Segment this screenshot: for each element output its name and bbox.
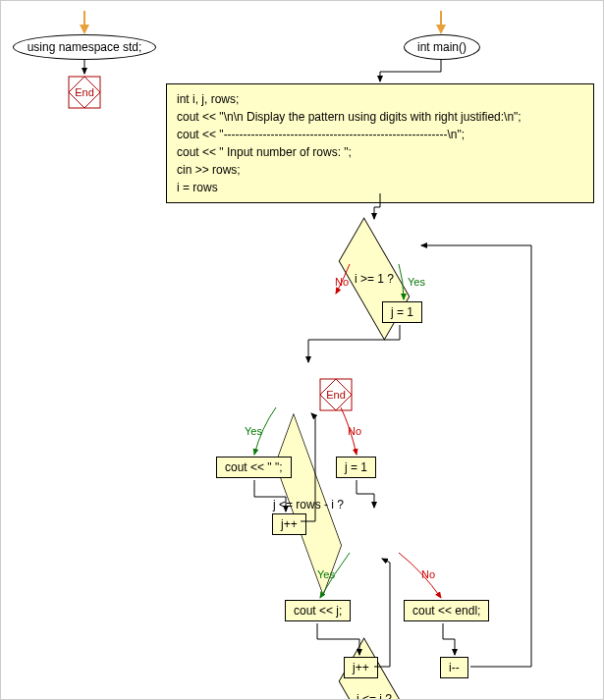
node-j-eq-1-first: j = 1 bbox=[382, 301, 422, 323]
node-label: j <= i ? bbox=[357, 692, 392, 700]
entry-arrow-icon bbox=[77, 11, 92, 34]
node-int-main: int main() bbox=[404, 34, 480, 60]
node-label: j = 1 bbox=[345, 460, 367, 474]
entry-arrow-icon bbox=[433, 11, 449, 34]
node-j-inc-second: j++ bbox=[344, 657, 378, 678]
node-cout-endl: cout << endl; bbox=[404, 600, 489, 621]
code-line: cout << " Input number of rows: "; bbox=[177, 143, 583, 161]
edge-label-no: No bbox=[421, 568, 435, 580]
node-label: i >= 1 ? bbox=[355, 272, 394, 286]
node-j-inc-first: j++ bbox=[272, 513, 306, 535]
node-end-left: End bbox=[68, 76, 101, 109]
node-label: j = 1 bbox=[391, 305, 413, 319]
svg-marker-1 bbox=[80, 25, 89, 34]
edge-label-no: No bbox=[335, 276, 349, 288]
node-label: j++ bbox=[353, 661, 369, 674]
node-label: cout << " "; bbox=[225, 460, 283, 474]
node-end-main: End bbox=[319, 378, 353, 411]
edge-label-no: No bbox=[348, 425, 361, 437]
code-line: i = rows bbox=[177, 179, 583, 196]
node-decision-j-le-rows-minus-i: j <= rows - i ? bbox=[245, 480, 372, 529]
end-label: End bbox=[326, 389, 346, 401]
end-label: End bbox=[75, 86, 94, 98]
node-label: j <= rows - i ? bbox=[273, 498, 344, 512]
code-line: cin >> rows; bbox=[177, 161, 583, 179]
node-label: using namespace std; bbox=[27, 40, 142, 54]
code-line: cout << "\n\n Display the pattern using … bbox=[177, 108, 583, 126]
node-using-namespace: using namespace std; bbox=[13, 34, 156, 60]
edge-label-yes: Yes bbox=[408, 276, 425, 288]
node-cout-space: cout << " "; bbox=[216, 457, 292, 478]
node-init-block: int i, j, rows; cout << "\n\n Display th… bbox=[166, 83, 594, 203]
code-line: cout << "-------------------------------… bbox=[177, 126, 583, 143]
node-label: j++ bbox=[281, 517, 298, 531]
svg-marker-3 bbox=[436, 25, 446, 34]
node-label: int main() bbox=[417, 40, 467, 54]
node-i-dec: i-- bbox=[440, 657, 468, 678]
node-label: i-- bbox=[449, 661, 460, 674]
node-label: cout << endl; bbox=[412, 604, 480, 618]
node-j-eq-1-second: j = 1 bbox=[336, 457, 376, 478]
code-line: int i, j, rows; bbox=[177, 90, 583, 108]
node-cout-j: cout << j; bbox=[285, 600, 351, 621]
node-label: cout << j; bbox=[294, 604, 342, 618]
edge-label-yes: Yes bbox=[317, 568, 335, 580]
edge-label-yes: Yes bbox=[245, 425, 262, 437]
